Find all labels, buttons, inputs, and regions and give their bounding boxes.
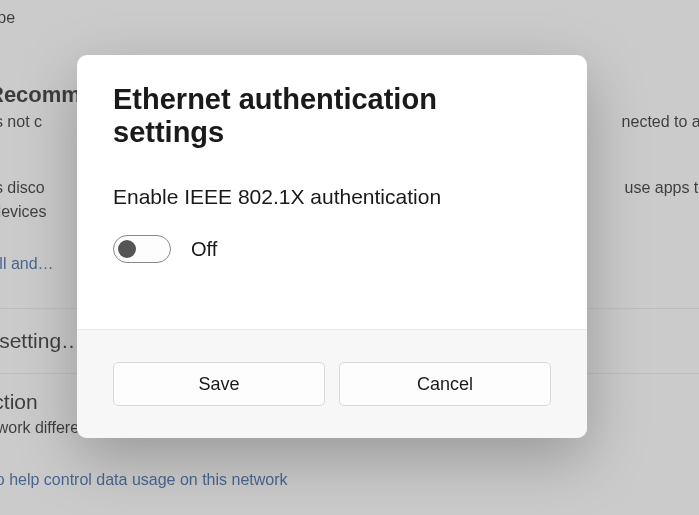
- ethernet-auth-dialog: Ethernet authentication settings Enable …: [77, 55, 587, 438]
- enable-8021x-label: Enable IEEE 802.1X authentication: [113, 185, 551, 209]
- dialog-footer: Save Cancel: [77, 329, 587, 438]
- dialog-title: Ethernet authentication settings: [113, 83, 551, 149]
- cancel-button[interactable]: Cancel: [339, 362, 551, 406]
- toggle-state-text: Off: [191, 238, 217, 261]
- toggle-thumb: [118, 240, 136, 258]
- enable-8021x-toggle[interactable]: [113, 235, 171, 263]
- save-button[interactable]: Save: [113, 362, 325, 406]
